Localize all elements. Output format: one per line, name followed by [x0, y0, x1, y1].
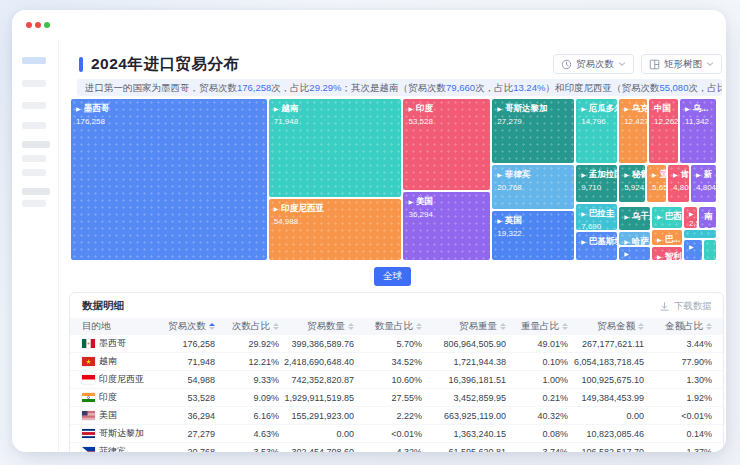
- sidebar-item-placeholder[interactable]: [22, 122, 46, 129]
- table-row-印度尼西亚[interactable]: 印度尼西亚54,9889.33%742,352,820.8710.60%16,3…: [70, 371, 724, 389]
- destination-cell: 菲律宾: [70, 443, 165, 453]
- sort-carets-icon[interactable]: [706, 323, 712, 330]
- sort-asc-icon: [706, 323, 712, 326]
- metric-select[interactable]: 贸易次数: [553, 54, 634, 74]
- destination: 菲律宾: [82, 445, 126, 452]
- sort-carets-icon[interactable]: [562, 323, 568, 330]
- treemap-cell-中国[interactable]: 中国12,262: [649, 99, 678, 163]
- treemap-cell-巴拉圭[interactable]: ▶巴拉圭7,690: [576, 204, 617, 230]
- table-header-row: 目的地贸易次数次数占比贸易数量数量占比贸易重量重量占比贸易金额金额占比: [70, 318, 724, 335]
- treemap-cell[interactable]: ▶: [684, 240, 702, 260]
- column-header-贸易金额[interactable]: 贸易金额: [568, 318, 644, 335]
- summary-text: 次，占比: [271, 82, 309, 93]
- treemap-cell-亚[interactable]: ▶亚5,650: [647, 165, 666, 202]
- treemap-cell-name: 中国: [654, 103, 671, 115]
- window-close-button[interactable]: [26, 22, 32, 28]
- treemap-cell-name: 孟加拉国: [589, 169, 617, 181]
- destination-cell: 墨西哥: [70, 335, 165, 353]
- treemap-cell[interactable]: ▶: [619, 247, 650, 260]
- treemap-cell-value: 14,796: [581, 117, 612, 126]
- sidebar-item-placeholder[interactable]: [22, 200, 46, 207]
- table-row-印度[interactable]: 印度53,5289.09%1,929,911,519.8527.55%3,452…: [70, 389, 724, 407]
- treemap-cell-美国[interactable]: ▶美国36,294: [403, 192, 490, 260]
- treemap-cell-name: 厄瓜多尔: [589, 103, 617, 115]
- column-header-label: 金额占比: [665, 320, 703, 331]
- sort-carets-icon[interactable]: [273, 323, 279, 330]
- table-value-cell: 1,929,911,519.85: [279, 389, 354, 407]
- global-breadcrumb-button[interactable]: 全球: [374, 267, 411, 286]
- column-header-贸易重量[interactable]: 贸易重量: [422, 318, 506, 335]
- table-row-越南[interactable]: 越南71,94812.21%2,418,690,648.4034.52%1,72…: [70, 353, 724, 371]
- treemap-cell-肯[interactable]: ▶肯4,806: [668, 165, 689, 202]
- treemap-cell-南[interactable]: 南2,2: [699, 207, 716, 228]
- sort-carets-icon[interactable]: [500, 323, 506, 330]
- treemap-cell-name: 印度尼西亚: [281, 203, 324, 215]
- treemap-cell-哈萨...[interactable]: ▶哈萨...: [619, 232, 650, 245]
- treemap-cell-巴基斯坦[interactable]: ▶巴基斯坦: [576, 232, 617, 260]
- treemap-cell[interactable]: ▶2,5: [684, 207, 697, 228]
- treemap-cell-乌干达[interactable]: ▶乌干达: [619, 207, 650, 230]
- column-header-金额占比[interactable]: 金额占比: [644, 318, 724, 335]
- treemap-cell-越南[interactable]: ▶越南71,948: [269, 99, 402, 197]
- treemap-cell-菲律宾[interactable]: ▶菲律宾20,768: [492, 165, 574, 209]
- table-value-cell: 61,595,620.81: [422, 443, 506, 453]
- treemap-cell-秘鲁[interactable]: ▶秘鲁5,924: [619, 165, 645, 202]
- treemap-cell-墨西哥[interactable]: ▶墨西哥176,258: [71, 99, 267, 260]
- treemap-cell-label: ▶英国: [497, 215, 569, 227]
- table-row-美国[interactable]: 美国36,2946.16%155,291,923.002.22%663,925,…: [70, 407, 724, 425]
- treemap-cell-name: 巴西: [665, 211, 682, 223]
- treemap-cell-巴西[interactable]: ▶巴西: [652, 207, 682, 228]
- treemap-cell-label: ▶亚: [652, 169, 661, 181]
- column-header-重量占比[interactable]: 重量占比: [506, 318, 568, 335]
- header-actions: 贸易次数 矩形树图: [553, 54, 722, 74]
- destination: 哥斯达黎加: [82, 427, 144, 440]
- window-zoom-button[interactable]: [44, 22, 50, 28]
- table-value-cell: 6.16%: [215, 407, 279, 425]
- sort-carets-icon[interactable]: [638, 323, 644, 330]
- table-value-cell: 100,925,675.10: [568, 371, 644, 389]
- treemap-cell-乌克兰[interactable]: ▶乌克兰12,427: [619, 99, 647, 163]
- table-row-菲律宾[interactable]: 菲律宾20,7683.53%302,454,708.604.32%61,595,…: [70, 443, 724, 453]
- treemap-cell[interactable]: [684, 230, 716, 238]
- sidebar-item-placeholder[interactable]: [22, 141, 50, 148]
- drilldown-arrow-icon: ▶: [624, 172, 629, 178]
- column-header-次数占比[interactable]: 次数占比: [215, 318, 279, 335]
- window-minimize-button[interactable]: [35, 22, 41, 28]
- table-value-cell: 0.14%: [644, 425, 724, 443]
- summary-highlight-value: 13.24%: [513, 82, 545, 93]
- treemap-cell-name: 乌克兰: [632, 103, 647, 115]
- column-header-数量占比[interactable]: 数量占比: [354, 318, 422, 335]
- treemap-cell-印度[interactable]: ▶印度53,528: [403, 99, 490, 190]
- sidebar-item-placeholder[interactable]: [22, 188, 50, 195]
- download-data-link[interactable]: 下载数据: [659, 300, 712, 313]
- treemap-cell-新[interactable]: ▶新4,804: [691, 165, 716, 202]
- treemap-cell-巴...[interactable]: ▶巴...: [652, 230, 682, 245]
- treemap-cell-孟加拉国[interactable]: ▶孟加拉国9,710: [576, 165, 617, 202]
- treemap-cell-厄瓜多尔[interactable]: ▶厄瓜多尔14,796: [576, 99, 617, 163]
- treemap-cell-智利[interactable]: ▶智利: [652, 247, 682, 260]
- treemap-cell-英国[interactable]: ▶英国19,322: [492, 211, 574, 260]
- sidebar-item-placeholder[interactable]: [22, 80, 46, 87]
- sort-carets-icon[interactable]: [209, 323, 215, 330]
- table-value-cell: 806,964,505.90: [422, 335, 506, 353]
- column-header-贸易次数[interactable]: 贸易次数: [165, 318, 215, 335]
- chart-type-select[interactable]: 矩形树图: [641, 54, 722, 74]
- sidebar-item-placeholder[interactable]: [22, 169, 46, 176]
- treemap-cell-印度尼西亚[interactable]: ▶印度尼西亚54,988: [269, 199, 402, 260]
- column-header-贸易数量[interactable]: 贸易数量: [279, 318, 354, 335]
- treemap-cell-label: ▶菲律宾: [497, 169, 569, 181]
- table-row-墨西哥[interactable]: 墨西哥176,25829.92%399,386,589.765.70%806,9…: [70, 335, 724, 353]
- sidebar-item-placeholder[interactable]: [22, 57, 46, 64]
- table-value-cell: 4.32%: [354, 443, 422, 453]
- treemap-cell-乌...[interactable]: ▶乌...11,342: [680, 99, 716, 163]
- treemap-cell-哥斯达黎加[interactable]: ▶哥斯达黎加27,279: [492, 99, 574, 163]
- summary-text: ）和印度尼西亚（贸易次数: [545, 82, 659, 93]
- sidebar-item-placeholder[interactable]: [22, 102, 46, 109]
- sort-carets-icon[interactable]: [416, 323, 422, 330]
- drilldown-arrow-icon: ▶: [624, 251, 629, 257]
- treemap-cell[interactable]: [704, 240, 716, 260]
- table-row-哥斯达黎加[interactable]: 哥斯达黎加27,2794.63%0.00<0.01%1,363,240.150.…: [70, 425, 724, 443]
- sort-carets-icon[interactable]: [348, 323, 354, 330]
- drilldown-arrow-icon: ▶: [76, 106, 81, 112]
- sidebar-item-placeholder[interactable]: [22, 155, 46, 162]
